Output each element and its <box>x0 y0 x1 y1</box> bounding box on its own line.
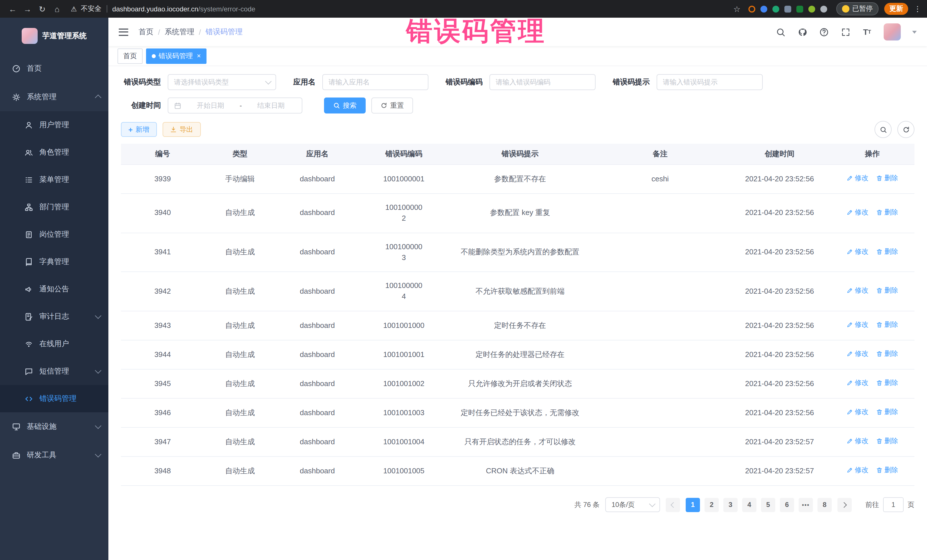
breadcrumb-item[interactable]: 首页 <box>138 27 153 37</box>
delete-button[interactable]: 删除 <box>877 407 898 417</box>
fullscreen-icon[interactable] <box>840 27 851 37</box>
edit-button[interactable]: 修改 <box>847 466 869 476</box>
profile-paused-badge[interactable]: 已暂停 <box>836 2 878 15</box>
sidebar-item-dict[interactable]: 字典管理 <box>0 248 108 275</box>
tab-home[interactable]: 首页 <box>117 48 143 64</box>
delete-button[interactable]: 删除 <box>877 247 898 256</box>
sidebar-item-post[interactable]: 岗位管理 <box>0 221 108 248</box>
sidebar-item-devtools[interactable]: 研发工具 <box>0 441 108 469</box>
extension-grid-icon[interactable] <box>784 5 791 12</box>
sidebar-item-menu[interactable]: 菜单管理 <box>0 166 108 193</box>
delete-button[interactable]: 删除 <box>877 286 898 296</box>
code-icon <box>24 394 33 403</box>
sidebar-item-sms[interactable]: 短信管理 <box>0 358 108 385</box>
address-bar[interactable]: ⚠ 不安全 dashboard.yudao.iocoder.cn/system/… <box>71 4 723 14</box>
app-name-input[interactable] <box>322 74 429 90</box>
page-button-3[interactable]: 3 <box>723 498 738 512</box>
delete-button[interactable]: 删除 <box>877 349 898 359</box>
page-button-2[interactable]: 2 <box>705 498 719 512</box>
back-icon[interactable]: ← <box>6 2 20 16</box>
edit-button[interactable]: 修改 <box>847 208 869 217</box>
reload-icon[interactable]: ↻ <box>35 2 49 16</box>
goto-page-input[interactable] <box>883 498 904 512</box>
delete-button[interactable]: 删除 <box>877 466 898 476</box>
github-icon[interactable] <box>797 27 807 37</box>
page-button-5[interactable]: 5 <box>761 498 775 512</box>
edit-button[interactable]: 修改 <box>847 173 869 183</box>
search-icon[interactable] <box>775 27 786 37</box>
sidebar-item-system[interactable]: 系统管理 <box>0 83 108 111</box>
toggle-search-button[interactable] <box>874 121 892 138</box>
sidebar-item-dept[interactable]: 部门管理 <box>0 193 108 221</box>
browser-menu-icon[interactable]: ⋮ <box>914 5 921 13</box>
cell-type: 自动生成 <box>204 457 275 486</box>
table-row: 3943自动生成dashboard1001001000定时任务不存在2021-0… <box>121 311 915 340</box>
table-row: 3941自动生成dashboard100100000 3不能删除类型为系统内置的… <box>121 233 915 272</box>
extension-green-circle-icon[interactable] <box>772 5 779 12</box>
edit-button[interactable]: 修改 <box>847 286 869 296</box>
page-button-6[interactable]: 6 <box>780 498 794 512</box>
sidebar-item-errorcode[interactable]: 错误码管理 <box>0 385 108 412</box>
close-icon[interactable]: × <box>197 52 201 59</box>
delete-button[interactable]: 删除 <box>877 436 898 446</box>
cell-actions: 修改删除 <box>830 398 915 427</box>
help-icon[interactable] <box>819 27 829 37</box>
extension-puzzle-icon[interactable] <box>820 5 827 12</box>
page-size-select[interactable]: 10条/页 <box>605 498 660 512</box>
sidebar-item-audit[interactable]: 审计日志 <box>0 303 108 330</box>
refresh-table-button[interactable] <box>897 121 915 138</box>
edit-button[interactable]: 修改 <box>847 436 869 446</box>
bookmark-star-icon[interactable]: ☆ <box>733 4 740 14</box>
avatar[interactable] <box>884 23 901 41</box>
page-button-8[interactable]: 8 <box>818 498 832 512</box>
more-pages-button[interactable]: ••• <box>799 498 813 512</box>
edit-button[interactable]: 修改 <box>847 247 869 256</box>
prev-page-button[interactable] <box>666 498 680 512</box>
cell-remark <box>591 369 729 398</box>
reset-button[interactable]: 重置 <box>371 97 413 114</box>
tab-error-code[interactable]: 错误码管理 × <box>146 48 207 64</box>
breadcrumb-item[interactable]: 系统管理 <box>164 27 194 37</box>
edit-button[interactable]: 修改 <box>847 378 869 388</box>
page-button-1[interactable]: 1 <box>686 498 700 512</box>
sidebar-item-user[interactable]: 用户管理 <box>0 111 108 138</box>
chevron-down-icon[interactable] <box>912 30 917 33</box>
sidebar-item-home[interactable]: 首页 <box>0 54 108 83</box>
sidebar-item-online[interactable]: 在线用户 <box>0 330 108 358</box>
cell-time: 2021-04-20 23:52:56 <box>729 164 830 194</box>
profile-emoji-icon <box>842 5 849 12</box>
add-button[interactable]: + 新增 <box>121 122 157 137</box>
edit-button[interactable]: 修改 <box>847 349 869 359</box>
error-hint-input[interactable] <box>656 74 763 90</box>
extension-leaf-icon[interactable] <box>808 5 815 12</box>
export-button[interactable]: 导出 <box>162 122 201 137</box>
delete-button[interactable]: 删除 <box>877 378 898 388</box>
collapse-sidebar-icon[interactable] <box>119 28 128 36</box>
forward-icon[interactable]: → <box>21 2 34 16</box>
update-button[interactable]: 更新 <box>884 3 908 15</box>
font-size-icon[interactable]: TT <box>862 27 872 37</box>
delete-button[interactable]: 删除 <box>877 208 898 217</box>
delete-button[interactable]: 删除 <box>877 173 898 183</box>
sidebar-item-infra[interactable]: 基础设施 <box>0 412 108 441</box>
filter-label-hint: 错误码提示 <box>613 77 650 87</box>
extension-green-square-icon[interactable] <box>796 5 803 12</box>
delete-button[interactable]: 删除 <box>877 320 898 330</box>
sidebar-item-label: 岗位管理 <box>40 229 69 240</box>
sidebar-item-notice[interactable]: 通知公告 <box>0 275 108 303</box>
search-button[interactable]: 搜索 <box>324 97 366 114</box>
error-code-input[interactable] <box>489 74 596 90</box>
update-label: 更新 <box>889 4 903 14</box>
error-type-select[interactable]: 请选择错误码类型 <box>168 74 276 90</box>
sidebar-item-role[interactable]: 角色管理 <box>0 138 108 166</box>
next-page-button[interactable] <box>837 498 852 512</box>
edit-button[interactable]: 修改 <box>847 407 869 417</box>
extension-orange-ring-icon[interactable] <box>748 5 755 12</box>
date-range-picker[interactable]: 开始日期 - 结束日期 <box>168 97 302 114</box>
edit-button[interactable]: 修改 <box>847 320 869 330</box>
app-logo[interactable]: 芋道管理系统 <box>0 18 108 54</box>
page-button-4[interactable]: 4 <box>742 498 757 512</box>
extension-blue-drop-icon[interactable] <box>760 5 767 12</box>
cell-actions: 修改删除 <box>830 164 915 194</box>
home-icon[interactable]: ⌂ <box>50 2 64 16</box>
